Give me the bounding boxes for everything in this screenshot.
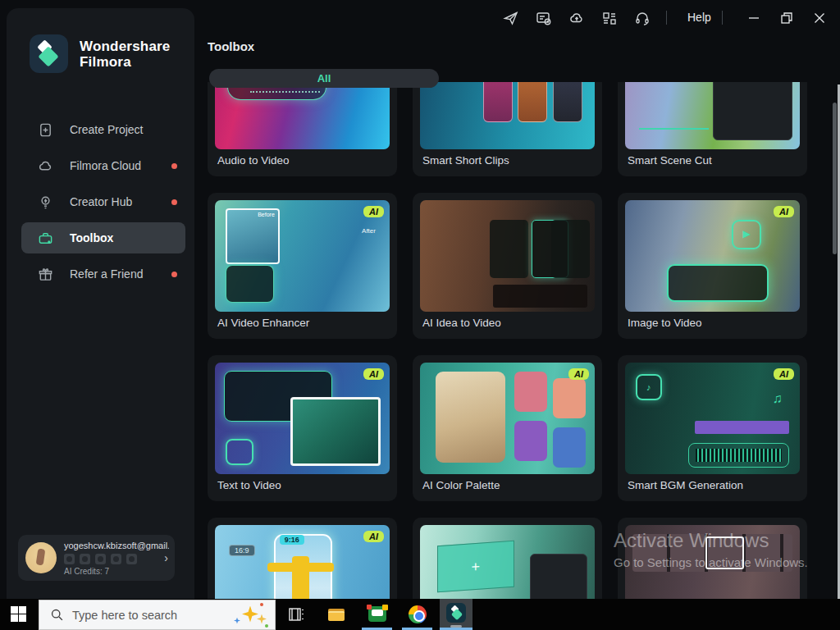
tool-card-smart-bgm-generation[interactable]: ♪ ♫ AI Smart BGM Generation	[618, 355, 807, 501]
tool-card-title: Text to Video	[217, 479, 281, 491]
sidebar-item-create-project[interactable]: Create Project	[21, 114, 185, 145]
filter-all-label: All	[317, 72, 331, 84]
scrollbar-thumb[interactable]	[833, 103, 837, 254]
sidebar-item-filmora-cloud[interactable]: Filmora Cloud	[21, 150, 185, 181]
sidebar-item-label: Filmora Cloud	[70, 159, 141, 172]
badge-icon	[126, 554, 137, 564]
tool-card-planar-tracking[interactable]: +	[413, 518, 602, 599]
ai-badge: AI	[774, 206, 794, 217]
file-explorer-icon[interactable]	[326, 605, 346, 624]
tool-thumbnail: +	[420, 525, 595, 599]
tool-card-smart-scene-cut[interactable]: Smart Scene Cut	[618, 82, 807, 176]
taskbar: Type here to search 2 28°C	[0, 599, 840, 630]
cloud-upload-icon[interactable]	[568, 10, 585, 26]
tool-card-title: Image to Video	[628, 317, 702, 329]
brand-name: Wondershare Filmora	[80, 39, 171, 70]
ratio-chip: 9:16	[280, 535, 304, 545]
tool-card-title: Smart Short Clips	[422, 154, 509, 167]
tool-thumbnail	[625, 82, 800, 149]
task-view-icon[interactable]	[286, 605, 306, 624]
help-menu[interactable]: Help	[687, 11, 711, 24]
notification-dot	[171, 163, 177, 169]
minimize-button[interactable]	[745, 9, 763, 27]
send-icon[interactable]	[503, 10, 519, 26]
tool-thumbnail: AI	[420, 363, 595, 474]
tool-card-title: AI Idea to Video	[422, 317, 501, 329]
tool-card-title: Audio to Video	[217, 154, 290, 167]
tool-thumbnail: ▶ AI	[625, 200, 800, 312]
sidebar-item-label: Toolbox	[70, 231, 113, 244]
ai-badge: AI	[568, 368, 589, 380]
google-chat-icon[interactable]	[368, 605, 387, 624]
apps-grid-icon[interactable]	[601, 10, 618, 26]
camera-icon: ▶	[732, 220, 761, 249]
notification-dot	[171, 272, 177, 277]
chevron-right-icon[interactable]: ›	[164, 551, 168, 564]
ai-badge: AI	[363, 531, 384, 542]
music-note-icon: ♪	[636, 374, 662, 401]
page-title: Toolbox	[208, 39, 254, 53]
ai-badge: AI	[363, 206, 384, 217]
restore-button[interactable]	[778, 9, 796, 27]
toolbox-grid[interactable]: My Music Audio to Video Smart Short Clip…	[194, 82, 840, 599]
close-button[interactable]	[810, 9, 829, 27]
ai-badge: AI	[774, 368, 794, 380]
bulb-icon	[38, 194, 53, 210]
ai-badge: AI	[363, 368, 384, 380]
tool-card-audio-to-video[interactable]: My Music Audio to Video	[208, 82, 397, 176]
tool-card-ai-color-palette[interactable]: AI AI Color Palette	[413, 355, 602, 501]
sidebar-nav: Create Project Filmora Cloud Creator Hub…	[21, 114, 185, 294]
waveform-decor	[250, 91, 320, 93]
filmora-taskbar-button[interactable]	[440, 599, 472, 630]
toolbox-icon	[38, 231, 53, 246]
titlebar-divider	[666, 11, 667, 25]
cloud-icon	[38, 158, 53, 174]
badge-icon	[95, 554, 106, 564]
account-email: yogeshcw.kbizsoft@gmail...	[64, 541, 169, 550]
screen: Help Wondershare Filmora	[0, 0, 840, 630]
sidebar-item-creator-hub[interactable]: Creator Hub	[21, 186, 185, 217]
music-note-icon: ♫	[773, 391, 783, 406]
filmora-app-icon	[446, 603, 466, 623]
taskbar-search[interactable]: Type here to search	[39, 600, 276, 630]
tool-thumbnail: My Music	[215, 82, 390, 149]
sidebar-item-toolbox[interactable]: Toolbox	[21, 222, 185, 253]
filter-all-tab[interactable]: All	[209, 69, 439, 88]
ratio-chip: 16:9	[229, 545, 255, 556]
search-icon	[50, 608, 64, 622]
search-placeholder: Type here to search	[72, 609, 234, 622]
tool-card-reframe[interactable]: 16:9 9:16 AI	[208, 518, 397, 599]
before-frame: Before	[226, 208, 280, 264]
project-media-icon[interactable]	[536, 10, 552, 26]
gift-icon	[38, 267, 53, 282]
avatar	[25, 542, 57, 573]
tool-card-ai-idea-to-video[interactable]: AI Idea to Video	[413, 193, 602, 339]
achievement-badges	[64, 554, 137, 564]
tool-card-title: AI Color Palette	[422, 479, 500, 491]
filmora-window: Help Wondershare Filmora	[0, 0, 840, 599]
tool-card-ai-video-enhancer[interactable]: Before After AI AI Video Enhancer	[208, 193, 397, 339]
tool-thumbnail: 16:9 9:16 AI	[215, 525, 390, 599]
start-button[interactable]	[11, 606, 27, 623]
notification-dot	[171, 199, 177, 205]
tool-card-text-to-video[interactable]: AI Text to Video	[208, 355, 397, 501]
tool-thumbnail: AI	[215, 363, 390, 474]
tool-card-title: Smart BGM Generation	[628, 479, 743, 491]
titlebar-divider	[722, 11, 723, 25]
brand: Wondershare Filmora	[30, 34, 171, 73]
filmora-logo-icon	[30, 34, 68, 73]
sidebar-item-refer-a-friend[interactable]: Refer a Friend	[21, 258, 185, 290]
chrome-icon[interactable]	[408, 605, 427, 624]
ai-credits: AI Credits: 7	[64, 567, 109, 576]
headset-icon[interactable]	[634, 10, 651, 26]
tool-thumbnail: Before After AI	[215, 200, 390, 312]
tool-card-multicam[interactable]	[618, 518, 807, 599]
tool-thumbnail	[625, 525, 800, 599]
tool-thumbnail	[420, 200, 595, 312]
tool-card-title: AI Video Enhancer	[217, 317, 309, 329]
copilot-sparkle-icon	[234, 603, 270, 628]
sidebar-item-label: Creator Hub	[70, 195, 132, 208]
tool-card-image-to-video[interactable]: ▶ AI Image to Video	[618, 193, 807, 339]
tool-card-smart-short-clips[interactable]: Smart Short Clips	[413, 82, 602, 176]
account-panel[interactable]: yogeshcw.kbizsoft@gmail... › AI Credits:…	[18, 535, 175, 581]
